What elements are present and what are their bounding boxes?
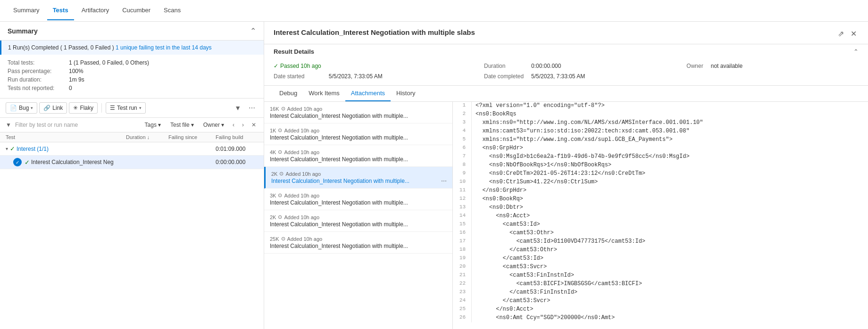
- next-button[interactable]: ›: [240, 121, 246, 129]
- line-content: </ns0:GrpHdr>: [476, 187, 868, 195]
- stat-run-duration: Run duration: 1m 9s: [8, 76, 256, 83]
- attachment-item-3[interactable]: 2K ⊙ Added 10h ago Interest Calculation_…: [264, 167, 452, 189]
- attachment-item-1[interactable]: 1K ⊙ Added 10h ago Interest Calculation_…: [264, 123, 452, 145]
- owner-label: Owner: [686, 63, 703, 69]
- attachments-layout: 16K ⊙ Added 10h ago Interest Calculation…: [264, 102, 868, 329]
- banner-link[interactable]: 1 unique failing test in the last 14 day…: [116, 44, 211, 51]
- line-content: <ns0:Dbtr>: [476, 204, 868, 212]
- code-line: 17 <camt53:Id>01100VD47773175</camt53:Id…: [453, 238, 868, 246]
- code-line: 20 <camt53:Svcr>: [453, 263, 868, 271]
- stat-label-total: Total tests:: [8, 59, 69, 66]
- attachment-item-6[interactable]: 25K ⊙ Added 10h ago Interest Calculation…: [264, 232, 452, 254]
- tags-label: Tags: [145, 122, 157, 128]
- pass-check-icon: ✓: [10, 145, 15, 152]
- line-number: 21: [453, 271, 472, 280]
- clock-icon-4: ⊙: [278, 192, 282, 198]
- attachment-name-1: Interest Calculation_Interest Negotiatio…: [270, 134, 447, 141]
- code-line: 5 xmlns:ns1="http://www.ing.com/xsd/supl…: [453, 136, 868, 144]
- tags-dropdown[interactable]: Tags ▾: [142, 121, 164, 129]
- line-number: 16: [453, 229, 472, 238]
- result-status: ✓ Passed 10h ago: [274, 63, 321, 69]
- expand-button[interactable]: ⇗: [836, 28, 846, 39]
- date-completed-value: 5/5/2023, 7:33:05 AM: [531, 73, 679, 80]
- test-file-label: Test file: [170, 122, 190, 128]
- test-duration: 0:00:00.000: [216, 159, 258, 165]
- owner-dropdown[interactable]: Owner ▾: [200, 121, 227, 129]
- line-content: <camt53:Id>01100VD47773175</camt53:Id>: [476, 238, 868, 246]
- attachment-size-2: 4K ⊙ Added 10h ago: [270, 149, 447, 155]
- line-content: <ns0:CreDtTm>2021-05-26T14:23:12</ns0:Cr…: [476, 170, 868, 178]
- link-button[interactable]: 🔗 Link: [39, 102, 67, 114]
- test-row[interactable]: ✓ ✓ Interest Calculation_Interest Neg 0:…: [0, 156, 264, 169]
- tab-debug[interactable]: Debug: [274, 86, 303, 101]
- attachment-item-5[interactable]: 2K ⊙ Added 10h ago Interest Calculation_…: [264, 210, 452, 232]
- code-line: 10 <ns0:CtrlSum>41.22</ns0:CtrlSum>: [453, 178, 868, 187]
- line-number: 14: [453, 212, 472, 221]
- more-options-button[interactable]: ⋯: [246, 102, 258, 114]
- line-content: </camt53:Id>: [476, 255, 868, 263]
- clear-filter-button[interactable]: ✕: [250, 121, 258, 129]
- filter-input[interactable]: [15, 122, 138, 128]
- line-content: xmlns:ns0="http://www.ing.com/NL/AMS/xsd…: [476, 119, 868, 127]
- tab-artifactory[interactable]: Artifactory: [76, 1, 115, 20]
- filter-icon-button[interactable]: ▼: [232, 102, 244, 114]
- link-icon: 🔗: [43, 105, 50, 111]
- line-content: </camt53:Svcr>: [476, 297, 868, 305]
- clock-icon-6: ⊙: [281, 236, 285, 242]
- flaky-button[interactable]: ✳ Flaky: [69, 102, 98, 114]
- link-label: Link: [52, 105, 63, 111]
- attachment-more-icon[interactable]: ⋯: [441, 178, 447, 184]
- col-header-failing-since: Failing since: [168, 134, 216, 140]
- attachment-item-0[interactable]: 16K ⊙ Added 10h ago Interest Calculation…: [264, 102, 452, 123]
- tab-attachments[interactable]: Attachments: [345, 86, 391, 101]
- tab-tests[interactable]: Tests: [47, 1, 74, 20]
- line-number: 7: [453, 153, 472, 161]
- line-number: 22: [453, 280, 472, 288]
- line-number: 15: [453, 221, 472, 229]
- stat-label-not-reported: Tests not reported:: [8, 85, 69, 91]
- stat-label-pass: Pass percentage:: [8, 68, 69, 74]
- bug-button[interactable]: 📄 Bug ▾: [6, 102, 37, 114]
- result-header-actions: ⇗ ✕: [836, 28, 859, 39]
- line-number: 13: [453, 204, 472, 212]
- tab-summary[interactable]: Summary: [8, 1, 45, 20]
- group-name: Interest (1/1): [17, 146, 216, 152]
- prev-button[interactable]: ‹: [231, 121, 236, 129]
- stat-total-tests: Total tests: 1 (1 Passed, 0 Failed, 0 Ot…: [8, 59, 256, 66]
- code-line: 19 </camt53:Id>: [453, 255, 868, 263]
- code-line: 8 <ns0:NbOfBookRqs>1</ns0:NbOfBookRqs>: [453, 161, 868, 170]
- attachment-size-4: 3K ⊙ Added 10h ago: [270, 192, 447, 198]
- tab-work-items[interactable]: Work Items: [303, 86, 345, 101]
- tab-history[interactable]: History: [391, 86, 421, 101]
- code-line: 1<?xml version="1.0" encoding="utf-8"?>: [453, 102, 868, 110]
- code-line: 15 <camt53:Id>: [453, 221, 868, 229]
- date-completed-label: Date completed: [484, 73, 524, 80]
- date-started-label: Date started: [274, 73, 321, 80]
- summary-header: Summary ⌃: [0, 22, 264, 41]
- attachment-item-2[interactable]: 4K ⊙ Added 10h ago Interest Calculation_…: [264, 145, 452, 167]
- attachment-list: 16K ⊙ Added 10h ago Interest Calculation…: [264, 102, 453, 329]
- top-nav: Summary Tests Artifactory Cucumber Scans: [0, 0, 868, 22]
- test-run-button[interactable]: ☰ Test run ▾: [106, 102, 146, 114]
- line-number: 11: [453, 187, 472, 195]
- code-viewer[interactable]: 1<?xml version="1.0" encoding="utf-8"?>2…: [453, 102, 868, 329]
- close-button[interactable]: ✕: [849, 28, 859, 39]
- line-content: <ns0:Acct>: [476, 212, 868, 221]
- test-file-dropdown[interactable]: Test file ▾: [167, 121, 197, 129]
- line-number: 6: [453, 144, 472, 153]
- code-line: 13 <ns0:Dbtr>: [453, 204, 868, 212]
- duration-label: Duration: [484, 63, 524, 69]
- clock-icon-3: ⊙: [279, 171, 284, 177]
- collapse-button[interactable]: ⌃: [250, 26, 256, 35]
- code-line: 7 <ns0:MsgId>b1c6ea2a-f1b9-49d6-b74b-9e9…: [453, 153, 868, 161]
- bug-icon: 📄: [10, 105, 17, 111]
- result-details-header[interactable]: Result Details ⌃: [264, 44, 868, 59]
- attachment-item-4[interactable]: 3K ⊙ Added 10h ago Interest Calculation_…: [264, 189, 452, 210]
- tab-cucumber[interactable]: Cucumber: [117, 1, 156, 20]
- result-header: Interest Calculation_Interest Negotiatio…: [264, 22, 868, 44]
- test-group-row[interactable]: ▾ ✓ Interest (1/1) 0:01:09.000: [0, 142, 264, 156]
- line-content: </camt53:FinInstnId>: [476, 288, 868, 297]
- info-banner: 1 Run(s) Completed ( 1 Passed, 0 Failed …: [0, 41, 264, 55]
- tab-scans[interactable]: Scans: [158, 1, 186, 20]
- details-collapse-button[interactable]: ⌃: [853, 48, 859, 55]
